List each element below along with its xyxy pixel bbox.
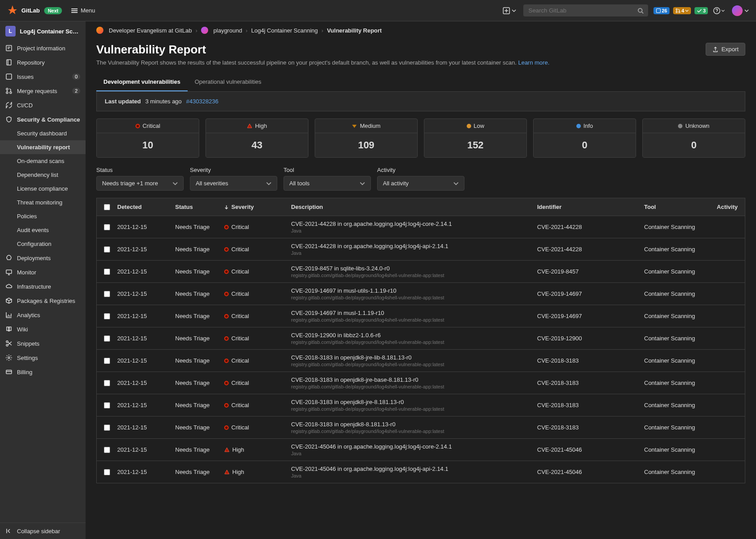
crumb-3[interactable]: Log4j Container Scanning bbox=[251, 27, 318, 34]
cell-status: Needs Triage bbox=[175, 313, 224, 319]
sidebar-item-deployments[interactable]: Deployments bbox=[0, 251, 86, 265]
table-row[interactable]: 2021-12-15 Needs Triage Critical CVE-201… bbox=[96, 416, 745, 439]
cell-severity: Critical bbox=[224, 313, 291, 319]
gitlab-logo-icon[interactable] bbox=[7, 4, 18, 16]
plus-dropdown[interactable] bbox=[500, 4, 519, 17]
sidebar-item-security[interactable]: Security & Compliance bbox=[0, 112, 86, 127]
filter-severity[interactable]: All severities bbox=[190, 176, 277, 191]
tab-development[interactable]: Development vulnerabilities bbox=[96, 73, 188, 91]
th-activity[interactable]: Activity bbox=[711, 204, 738, 210]
sidebar-item-billing[interactable]: Billing bbox=[0, 365, 86, 379]
table-row[interactable]: 2021-12-15 Needs Triage Critical CVE-201… bbox=[96, 327, 745, 350]
issues-badge[interactable]: 26 bbox=[653, 7, 670, 14]
sidebar-item-cicd[interactable]: CI/CD bbox=[0, 98, 86, 112]
th-status[interactable]: Status bbox=[175, 204, 224, 210]
th-severity[interactable]: Severity bbox=[224, 204, 291, 210]
row-checkbox[interactable] bbox=[104, 358, 110, 364]
row-checkbox[interactable] bbox=[104, 246, 110, 253]
export-button[interactable]: Export bbox=[706, 43, 745, 56]
todo-badge[interactable]: 3 bbox=[694, 7, 708, 14]
row-checkbox[interactable] bbox=[104, 313, 110, 319]
info-page-icon bbox=[5, 45, 12, 52]
stat-card-critical[interactable]: Critical10 bbox=[96, 118, 199, 158]
filter-status[interactable]: Needs triage +1 more bbox=[96, 176, 184, 191]
stat-card-info[interactable]: Info0 bbox=[533, 118, 636, 158]
crumb-2[interactable]: playground bbox=[214, 27, 242, 34]
svg-point-1 bbox=[638, 8, 642, 12]
stat-card-unknown[interactable]: Unknown0 bbox=[642, 118, 745, 158]
sidebar-item-project-info[interactable]: Project information bbox=[0, 41, 86, 55]
table-row[interactable]: 2021-12-15 Needs Triage Critical CVE-201… bbox=[96, 305, 745, 327]
table-row[interactable]: 2021-12-15 Needs Triage Critical CVE-202… bbox=[96, 216, 745, 238]
sidebar-sub-dependency[interactable]: Dependency list bbox=[0, 168, 86, 182]
cell-detected: 2021-12-15 bbox=[117, 290, 175, 297]
sidebar-item-analytics[interactable]: Analytics bbox=[0, 308, 86, 322]
next-badge[interactable]: Next bbox=[44, 7, 62, 14]
project-header[interactable]: L Log4j Container Scan... bbox=[0, 21, 86, 41]
sidebar-sub-dashboard[interactable]: Security dashboard bbox=[0, 127, 86, 140]
row-checkbox[interactable] bbox=[104, 224, 110, 230]
table-row[interactable]: 2021-12-15 Needs Triage High CVE-2021-45… bbox=[96, 461, 745, 483]
stat-card-low[interactable]: Low152 bbox=[424, 118, 527, 158]
cell-severity: Critical bbox=[224, 290, 291, 297]
select-all-checkbox[interactable] bbox=[104, 204, 110, 210]
sidebar-sub-audit[interactable]: Audit events bbox=[0, 223, 86, 237]
table-row[interactable]: 2021-12-15 Needs Triage Critical CVE-201… bbox=[96, 350, 745, 372]
sidebar-sub-vuln-report[interactable]: Vulnerability report bbox=[0, 140, 86, 154]
table-row[interactable]: 2021-12-15 Needs Triage Critical CVE-201… bbox=[96, 394, 745, 416]
row-checkbox[interactable] bbox=[104, 425, 110, 431]
row-checkbox[interactable] bbox=[104, 469, 110, 475]
sidebar-item-packages[interactable]: Packages & Registries bbox=[0, 294, 86, 308]
tab-operational[interactable]: Operational vulnerabilities bbox=[188, 73, 269, 91]
mr-badge[interactable]: 4 bbox=[673, 7, 691, 14]
sidebar-sub-config[interactable]: Configuration bbox=[0, 237, 86, 251]
sidebar-item-settings[interactable]: Settings bbox=[0, 351, 86, 365]
sidebar-sub-policies[interactable]: Policies bbox=[0, 209, 86, 223]
sidebar-item-infrastructure[interactable]: Infrastructure bbox=[0, 279, 86, 294]
sidebar-sub-threat[interactable]: Threat monitoring bbox=[0, 196, 86, 209]
cell-status: Needs Triage bbox=[175, 268, 224, 275]
tabs: Development vulnerabilities Operational … bbox=[96, 73, 745, 92]
collapse-sidebar[interactable]: Collapse sidebar bbox=[0, 523, 86, 539]
crumb-1[interactable]: Developer Evangelism at GitLab bbox=[109, 27, 192, 34]
th-description[interactable]: Description bbox=[291, 204, 537, 210]
th-detected[interactable]: Detected bbox=[117, 204, 175, 210]
row-checkbox[interactable] bbox=[104, 402, 110, 408]
sidebar-item-merge-requests[interactable]: Merge requests 2 bbox=[0, 84, 86, 98]
sidebar-item-monitor[interactable]: Monitor bbox=[0, 265, 86, 279]
table-row[interactable]: 2021-12-15 Needs Triage Critical CVE-201… bbox=[96, 261, 745, 283]
sidebar-item-issues[interactable]: Issues 0 bbox=[0, 69, 86, 84]
stat-card-high[interactable]: High43 bbox=[205, 118, 308, 158]
menu-button[interactable]: Menu bbox=[71, 7, 95, 14]
sidebar-item-snippets[interactable]: Snippets bbox=[0, 336, 86, 351]
sidebar-sub-license[interactable]: License compliance bbox=[0, 182, 86, 196]
svg-point-4 bbox=[676, 11, 677, 12]
stat-count: 10 bbox=[97, 133, 199, 157]
filter-tool[interactable]: All tools bbox=[284, 176, 371, 191]
breadcrumb: Developer Evangelism at GitLab › playgro… bbox=[86, 21, 756, 39]
chevron-down-icon[interactable] bbox=[744, 8, 749, 13]
th-tool[interactable]: Tool bbox=[644, 204, 711, 210]
pipeline-link[interactable]: #430328236 bbox=[186, 98, 218, 105]
sidebar-sub-ondemand[interactable]: On-demand scans bbox=[0, 154, 86, 168]
table-row[interactable]: 2021-12-15 Needs Triage Critical CVE-201… bbox=[96, 372, 745, 394]
svg-rect-2 bbox=[656, 8, 660, 12]
user-avatar[interactable] bbox=[732, 5, 743, 16]
th-identifier[interactable]: Identifier bbox=[537, 204, 644, 210]
table-row[interactable]: 2021-12-15 Needs Triage High CVE-2021-45… bbox=[96, 439, 745, 461]
row-checkbox[interactable] bbox=[104, 269, 110, 275]
sidebar-item-wiki[interactable]: Wiki bbox=[0, 322, 86, 336]
search-input[interactable] bbox=[523, 4, 648, 16]
table-row[interactable]: 2021-12-15 Needs Triage Critical CVE-201… bbox=[96, 283, 745, 305]
help-dropdown[interactable] bbox=[711, 4, 727, 17]
table-row[interactable]: 2021-12-15 Needs Triage Critical CVE-202… bbox=[96, 238, 745, 261]
stat-card-medium[interactable]: Medium109 bbox=[315, 118, 418, 158]
filter-activity[interactable]: All activity bbox=[377, 176, 464, 191]
learn-more-link[interactable]: Learn more. bbox=[518, 59, 549, 66]
sidebar-item-repository[interactable]: Repository bbox=[0, 55, 86, 69]
row-checkbox[interactable] bbox=[104, 447, 110, 453]
cell-status: Needs Triage bbox=[175, 224, 224, 230]
row-checkbox[interactable] bbox=[104, 380, 110, 386]
row-checkbox[interactable] bbox=[104, 335, 110, 342]
row-checkbox[interactable] bbox=[104, 291, 110, 297]
